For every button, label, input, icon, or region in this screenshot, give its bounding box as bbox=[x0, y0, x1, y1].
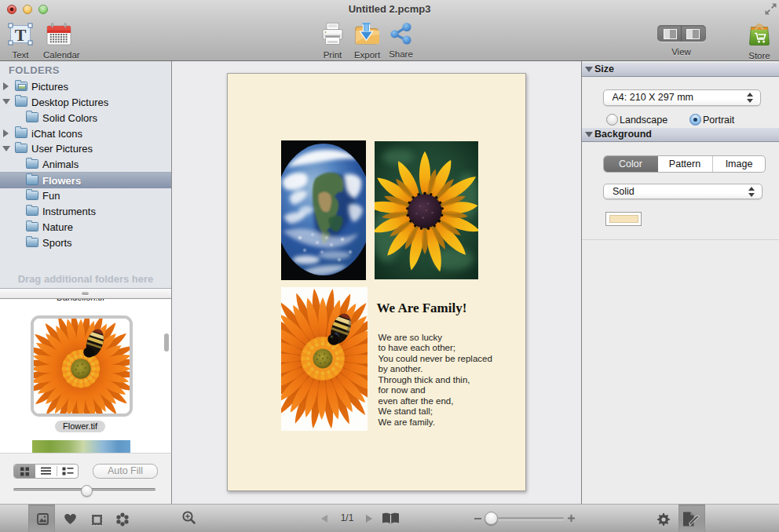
svg-text:T: T bbox=[15, 25, 27, 45]
